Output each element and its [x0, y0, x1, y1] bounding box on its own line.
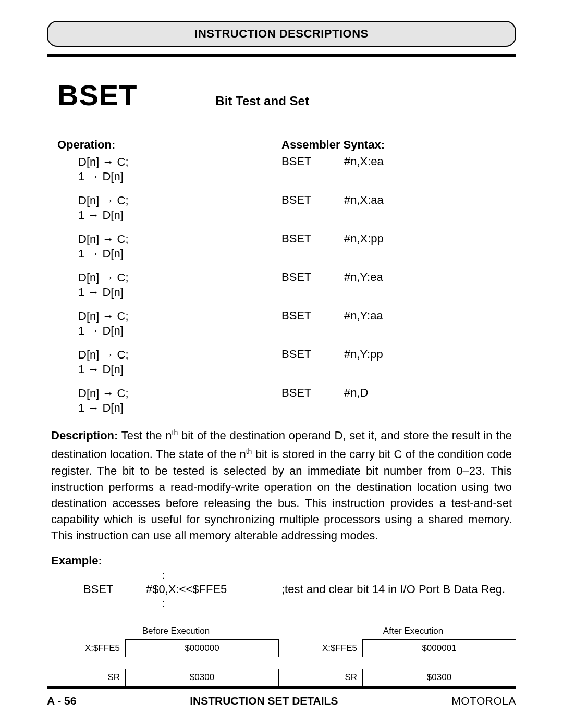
page-footer: A - 56 INSTRUCTION SET DETAILS MOTOROLA — [47, 686, 516, 707]
op-row: D[n] → C; 1 → D[n] BSET #n,X:aa — [57, 193, 516, 223]
syntax-mnem: BSET — [282, 270, 344, 300]
syntax-mnem: BSET — [282, 155, 344, 184]
instruction-mnemonic: BSET — [57, 78, 137, 112]
example-colon: : — [162, 569, 516, 582]
operation-cell: D[n] → C; 1 → D[n] — [57, 386, 282, 415]
assembler-header: Assembler Syntax: — [282, 138, 516, 152]
desc-text: bit is stored in the carry bit C of the … — [51, 448, 512, 542]
before-label: Before Execution — [73, 626, 279, 636]
syntax-cell: BSET #n,D — [282, 386, 516, 415]
columns-header: Operation: Assembler Syntax: — [57, 138, 516, 152]
operation-cell: D[n] → C; 1 → D[n] — [57, 155, 282, 184]
title-row: BSET Bit Test and Set — [57, 78, 516, 112]
description: Description: Test the nth bit of the des… — [51, 425, 512, 544]
footer-section: INSTRUCTION SET DETAILS — [190, 695, 338, 707]
op-line: D[n] → C; — [78, 386, 282, 401]
op-row: D[n] → C; 1 → D[n] BSET #n,Y:pp — [57, 348, 516, 377]
page: INSTRUCTION DESCRIPTIONS BSET Bit Test a… — [0, 0, 563, 728]
reg-value: $000000 — [125, 639, 279, 657]
op-line: 1 → D[n] — [78, 401, 282, 415]
operation-cell: D[n] → C; 1 → D[n] — [57, 232, 282, 261]
reg-value: $000001 — [362, 639, 516, 657]
section-title: INSTRUCTION DESCRIPTIONS — [194, 27, 368, 40]
operation-header: Operation: — [57, 138, 282, 152]
desc-text: Test the n — [118, 429, 172, 442]
syntax-args: #n,X:aa — [344, 193, 384, 223]
reg-value: $0300 — [125, 669, 279, 686]
example-label: Example: — [51, 554, 516, 567]
page-number: A - 56 — [47, 695, 76, 707]
syntax-cell: BSET #n,X:ea — [282, 155, 516, 184]
reg-row: X:$FFE5 $000000 — [73, 639, 279, 657]
op-row: D[n] → C; 1 → D[n] BSET #n,X:ea — [57, 155, 516, 184]
operation-cell: D[n] → C; 1 → D[n] — [57, 309, 282, 338]
op-line: D[n] → C; — [78, 232, 282, 246]
syntax-mnem: BSET — [282, 232, 344, 261]
footer-row: A - 56 INSTRUCTION SET DETAILS MOTOROLA — [47, 695, 516, 707]
syntax-cell: BSET #n,Y:aa — [282, 309, 516, 338]
footer-rule — [47, 686, 516, 689]
header-rule — [47, 54, 516, 57]
reg-label: SR — [73, 672, 125, 683]
reg-row: X:$FFE5 $000001 — [310, 639, 516, 657]
op-line: 1 → D[n] — [78, 208, 282, 223]
syntax-args: #n,Y:aa — [344, 309, 383, 338]
syntax-mnem: BSET — [282, 309, 344, 338]
syntax-cell: BSET #n,Y:ea — [282, 270, 516, 300]
syntax-args: #n,X:ea — [344, 155, 384, 184]
syntax-args: #n,Y:ea — [344, 270, 383, 300]
syntax-cell: BSET #n,Y:pp — [282, 348, 516, 377]
example-line: BSET #$0,X:<<$FFE5 ;test and clear bit 1… — [83, 582, 516, 597]
example-colon: : — [162, 597, 516, 610]
op-line: 1 → D[n] — [78, 169, 282, 184]
reg-value: $0300 — [362, 669, 516, 686]
op-line: D[n] → C; — [78, 270, 282, 285]
syntax-args: #n,Y:pp — [344, 348, 383, 377]
example-block: : BSET #$0,X:<<$FFE5 ;test and clear bit… — [83, 569, 516, 610]
op-row: D[n] → C; 1 → D[n] BSET #n,Y:ea — [57, 270, 516, 300]
example-mnem: BSET — [83, 582, 146, 597]
op-row: D[n] → C; 1 → D[n] BSET #n,X:pp — [57, 232, 516, 261]
op-line: 1 → D[n] — [78, 362, 282, 377]
op-line: 1 → D[n] — [78, 246, 282, 261]
op-line: D[n] → C; — [78, 193, 282, 208]
reg-row: SR $0300 — [73, 669, 279, 686]
footer-brand: MOTOROLA — [451, 695, 516, 707]
syntax-mnem: BSET — [282, 386, 344, 415]
instruction-title: Bit Test and Set — [215, 94, 309, 108]
section-header: INSTRUCTION DESCRIPTIONS — [47, 21, 516, 47]
reg-row: SR $0300 — [310, 669, 516, 686]
op-row: D[n] → C; 1 → D[n] BSET #n,Y:aa — [57, 309, 516, 338]
op-row: D[n] → C; 1 → D[n] BSET #n,D — [57, 386, 516, 415]
description-label: Description: — [51, 429, 118, 442]
reg-label: X:$FFE5 — [73, 643, 125, 653]
operation-cell: D[n] → C; 1 → D[n] — [57, 193, 282, 223]
op-line: D[n] → C; — [78, 309, 282, 324]
syntax-cell: BSET #n,X:aa — [282, 193, 516, 223]
op-line: 1 → D[n] — [78, 324, 282, 338]
operation-cell: D[n] → C; 1 → D[n] — [57, 270, 282, 300]
superscript: th — [246, 447, 252, 455]
example-operand: #$0,X:<<$FFE5 — [146, 582, 282, 597]
operation-cell: D[n] → C; 1 → D[n] — [57, 348, 282, 377]
syntax-args: #n,X:pp — [344, 232, 384, 261]
after-label: After Execution — [310, 626, 516, 636]
syntax-cell: BSET #n,X:pp — [282, 232, 516, 261]
reg-label: X:$FFE5 — [310, 643, 362, 653]
superscript: th — [172, 428, 178, 437]
example-comment: ;test and clear bit 14 in I/O Port B Dat… — [282, 582, 516, 597]
op-line: D[n] → C; — [78, 348, 282, 362]
syntax-mnem: BSET — [282, 193, 344, 223]
syntax-args: #n,D — [344, 386, 368, 415]
syntax-mnem: BSET — [282, 348, 344, 377]
op-line: D[n] → C; — [78, 155, 282, 169]
op-line: 1 → D[n] — [78, 285, 282, 300]
reg-label: SR — [310, 672, 362, 683]
